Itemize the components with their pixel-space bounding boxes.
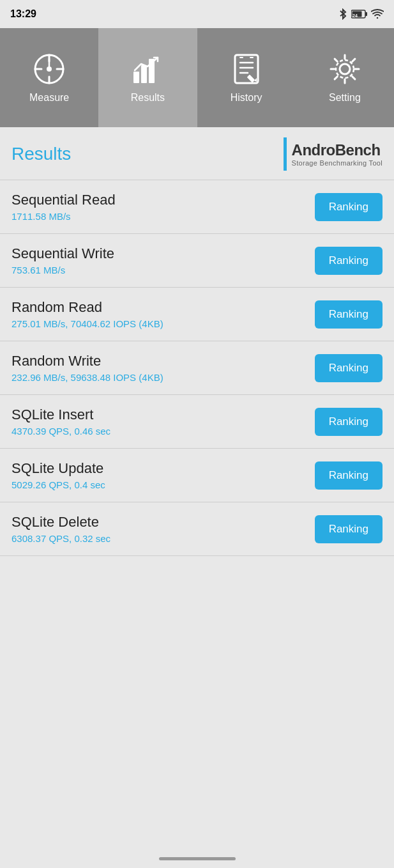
nav-tabs: Measure Results History <box>0 28 394 127</box>
ranking-button-4[interactable]: Ranking <box>315 408 383 436</box>
bench-info-3: Random Write232.96 MB/s, 59638.48 IOPS (… <box>11 353 163 383</box>
bench-name-1: Sequential Write <box>11 245 114 262</box>
bench-row-2: Random Read275.01 MB/s, 70404.62 IOPS (4… <box>0 288 394 341</box>
bench-info-5: SQLite Update5029.26 QPS, 0.4 sec <box>11 460 105 490</box>
svg-point-22 <box>340 64 350 74</box>
home-bar <box>0 849 394 868</box>
bench-info-1: Sequential Write753.61 MB/s <box>11 245 114 275</box>
status-bar: 13:29 24 <box>0 0 394 28</box>
tab-history-label: History <box>231 92 262 104</box>
tab-results[interactable]: Results <box>98 28 197 127</box>
svg-rect-12 <box>141 65 147 83</box>
tab-measure[interactable]: Measure <box>0 28 98 127</box>
tab-setting[interactable]: Setting <box>296 28 394 127</box>
logo-andro: Andro <box>292 141 335 159</box>
ranking-button-1[interactable]: Ranking <box>315 247 383 275</box>
benchmark-list: Sequential Read1711.58 MB/sRankingSequen… <box>0 180 394 556</box>
bench-info-6: SQLite Delete6308.37 QPS, 0.32 sec <box>11 514 110 544</box>
tab-results-label: Results <box>131 92 165 104</box>
measure-icon <box>33 52 66 86</box>
logo-accent-bar <box>284 137 287 171</box>
results-header: Results AndroBench Storage Benchmarking … <box>0 127 394 180</box>
svg-text:24: 24 <box>352 13 358 18</box>
status-icons: 24 <box>338 8 384 20</box>
results-icon <box>131 52 164 86</box>
androbench-logo: AndroBench Storage Benchmarking Tool <box>284 137 383 171</box>
svg-rect-20 <box>246 74 255 82</box>
bench-row-5: SQLite Update5029.26 QPS, 0.4 secRanking <box>0 449 394 502</box>
ranking-button-5[interactable]: Ranking <box>315 461 383 490</box>
bench-row-3: Random Write232.96 MB/s, 59638.48 IOPS (… <box>0 341 394 395</box>
bench-value-2: 275.01 MB/s, 70404.62 IOPS (4KB) <box>11 318 163 329</box>
logo-bench: Bench <box>335 141 381 159</box>
ranking-button-0[interactable]: Ranking <box>315 193 383 221</box>
ranking-button-3[interactable]: Ranking <box>315 354 383 382</box>
bench-row-1: Sequential Write753.61 MB/sRanking <box>0 234 394 288</box>
svg-point-23 <box>336 60 354 78</box>
bluetooth-icon <box>338 8 348 20</box>
bench-name-0: Sequential Read <box>11 192 116 208</box>
wifi-icon <box>371 9 384 19</box>
bench-info-2: Random Read275.01 MB/s, 70404.62 IOPS (4… <box>11 299 163 329</box>
svg-rect-14 <box>235 55 258 83</box>
bench-name-6: SQLite Delete <box>11 514 110 531</box>
ranking-button-2[interactable]: Ranking <box>315 300 383 329</box>
bench-name-5: SQLite Update <box>11 460 105 477</box>
bench-value-5: 5029.26 QPS, 0.4 sec <box>11 479 105 490</box>
svg-rect-11 <box>133 72 139 83</box>
home-indicator <box>159 857 236 860</box>
bench-value-4: 4370.39 QPS, 0.46 sec <box>11 426 110 437</box>
bench-value-6: 6308.37 QPS, 0.32 sec <box>11 533 110 544</box>
bench-name-4: SQLite Insert <box>11 407 110 423</box>
bench-name-3: Random Write <box>11 353 163 369</box>
history-icon <box>230 52 263 86</box>
bench-row-4: SQLite Insert4370.39 QPS, 0.46 secRankin… <box>0 395 394 449</box>
logo-subtitle: Storage Benchmarking Tool <box>292 159 383 167</box>
bench-info-4: SQLite Insert4370.39 QPS, 0.46 sec <box>11 407 110 437</box>
status-time: 13:29 <box>10 8 36 20</box>
results-title: Results <box>11 144 71 164</box>
main-content: Results AndroBench Storage Benchmarking … <box>0 127 394 556</box>
bench-value-3: 232.96 MB/s, 59638.48 IOPS (4KB) <box>11 372 163 383</box>
bench-row-0: Sequential Read1711.58 MB/sRanking <box>0 180 394 234</box>
tab-measure-label: Measure <box>29 92 69 104</box>
tab-setting-label: Setting <box>329 92 361 104</box>
bench-row-6: SQLite Delete6308.37 QPS, 0.32 secRankin… <box>0 502 394 556</box>
bench-value-1: 753.61 MB/s <box>11 265 114 275</box>
bench-info-0: Sequential Read1711.58 MB/s <box>11 192 116 222</box>
ranking-button-6[interactable]: Ranking <box>315 515 383 543</box>
logo-name: AndroBench <box>292 141 381 159</box>
bench-value-0: 1711.58 MB/s <box>11 211 116 222</box>
svg-rect-1 <box>365 12 367 16</box>
logo-text: AndroBench Storage Benchmarking Tool <box>292 141 383 167</box>
battery-icon: 24 <box>351 10 368 19</box>
setting-icon <box>328 52 361 86</box>
bench-name-2: Random Read <box>11 299 163 316</box>
tab-history[interactable]: History <box>197 28 296 127</box>
